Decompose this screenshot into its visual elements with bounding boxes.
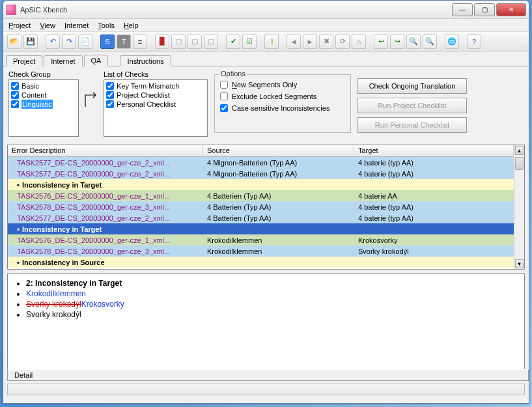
back-icon[interactable]: ◄ [287,35,301,49]
redo-icon[interactable]: ↷ [62,35,76,49]
titlebar[interactable]: ApSIC Xbench — ▢ ✕ [3,1,529,19]
tab-qa[interactable]: QA [84,55,109,66]
tab-internet[interactable]: Internet [44,55,82,66]
check-group-list[interactable]: Basic Content Linguistic [8,79,79,137]
check-perschk-label: Personal Checklist [117,100,176,109]
stop-icon[interactable]: ✖ [319,35,333,49]
connector-arrow [85,70,97,137]
opt-new-segments[interactable] [220,81,228,89]
check-basic-label: Basic [21,81,39,91]
opt-case-sensitive[interactable] [220,104,228,112]
close-button[interactable]: ✕ [496,3,526,16]
gray3-icon[interactable]: ▢ [204,35,218,49]
table-row[interactable]: TASK2577_DE-CS_20000000_ger-cze_2_xml...… [8,157,514,168]
gray2-icon[interactable]: ▢ [188,35,202,49]
table-row[interactable]: TASK2576_DE-CS_20000000_ger-cze_1_xml...… [8,190,514,201]
grid-scrollbar[interactable]: ▲ ▼ [514,145,524,269]
nav-back-icon[interactable]: ↩ [374,35,388,49]
undo-icon[interactable]: ↶ [46,35,60,49]
open-icon[interactable]: 📂 [7,35,21,49]
opt-exclude-locked[interactable] [220,92,228,100]
doc-icon[interactable]: 📄 [78,35,92,49]
options-group: Options New Segments Only Exclude Locked… [214,74,351,133]
menubar: Project View Internet Tools Help [3,19,529,32]
col-target[interactable]: Target [354,145,514,156]
menu-tools[interactable]: Tools [98,21,115,29]
col-source[interactable]: Source [203,145,354,156]
detail-source: Krokodilklemmen [26,289,86,298]
flag-icon[interactable]: ▉ [155,35,169,49]
gray1-icon[interactable]: ▢ [171,35,186,49]
nav-fwd-icon[interactable]: ↪ [390,35,404,49]
menu-view[interactable]: View [40,21,55,29]
tab-instructions[interactable]: Instructions [120,55,171,66]
zoom2-icon[interactable]: 🔍 [423,35,437,49]
check-perschk[interactable] [106,100,114,108]
table-row[interactable]: TASK2578_DE-CS_20000000_ger-cze_3_xml...… [8,246,514,257]
results-grid[interactable]: Error Description Source Target TASK2577… [7,145,525,270]
minimize-button[interactable]: — [452,3,473,16]
menu-internet[interactable]: Internet [64,21,89,29]
app-icon [6,5,16,15]
tab-project[interactable]: Project [6,55,42,66]
group-row[interactable]: •Inconsistency in Source [8,257,514,268]
check-ongoing-button[interactable]: Check Ongoing Translation [357,78,467,94]
qa-options-panel: Check Group Basic Content Linguistic Lis… [3,66,529,142]
list-of-checks[interactable]: Key Term Mismatch Project Checklist Pers… [104,79,208,137]
detail-new-target: Krokosvorky [81,300,124,309]
group-row-selected[interactable]: •Inconsistency in Target [8,223,514,234]
check-projchk-label: Project Checklist [117,91,170,100]
check-content[interactable] [11,91,19,99]
run-project-checklist-button[interactable]: Run Project Checklist [357,98,467,113]
check-linguistic[interactable] [11,100,19,108]
tabstrip: Project Internet QA Instructions [3,51,529,66]
table-row[interactable]: TASK2577_DE-CS_20000000_ger-cze_2_xml...… [8,212,514,223]
opt-new-segments-label: New Segments Only [232,79,297,91]
refresh-icon[interactable]: ⟳ [335,35,350,49]
list-icon[interactable]: ≡ [133,35,147,49]
check-group-label: Check Group [8,70,79,78]
check-content-label: Content [21,91,47,100]
zoom1-icon[interactable]: 🔍 [406,35,421,49]
detail-alt-target: Svorky krokodýl [26,310,81,319]
globe-icon[interactable]: 🌐 [445,35,459,49]
options-legend: Options [219,70,247,77]
menu-project[interactable]: Project [8,21,31,29]
table-row[interactable]: TASK2576_DE-CS_20000000_ger-cze_1_xml...… [8,234,514,246]
app-window: ApSIC Xbench — ▢ ✕ Project View Internet… [3,0,529,404]
opt-case-sensitive-label: Case-sensitive Inconsistencies [232,102,329,114]
t-icon[interactable]: T [117,35,131,49]
menu-help[interactable]: Help [124,21,139,29]
detail-tab[interactable]: Detail [7,369,529,381]
scroll-thumb[interactable] [515,157,524,170]
window-title: ApSIC Xbench [20,6,452,14]
table-row[interactable]: TASK2578_DE-CS_20000000_ger-cze_3_xml...… [8,201,514,212]
detail-title: 2: Inconsistency in Target [26,279,122,288]
table-row[interactable]: TASK2577_DE-CS_20000000_ger-cze_2_xml...… [8,168,514,179]
group-row[interactable]: •Inconsistency in Target [8,179,514,190]
scroll-up-icon[interactable]: ▲ [515,146,524,155]
check-icon[interactable]: ✔ [226,35,240,49]
check-keyterm[interactable] [106,82,114,90]
statusbar [7,384,525,395]
scroll-down-icon[interactable]: ▼ [515,259,524,268]
home-icon[interactable]: ⌂ [352,35,366,49]
detail-old-target: Svorky krokodýl [26,300,81,309]
save-icon[interactable]: 💾 [23,35,38,49]
run-personal-checklist-button[interactable]: Run Personal Checklist [357,117,467,133]
toolbar: 📂 💾 ↶ ↷ 📄 S T ≡ ▉ ▢ ▢ ▢ ✔ ☑ ⇪ ◄ ► ✖ ⟳ ⌂ … [3,32,529,51]
check2-icon[interactable]: ☑ [242,35,257,49]
grid-header: Error Description Source Target [8,145,514,157]
check-linguistic-label: Linguistic [21,100,53,109]
s-icon[interactable]: S [100,35,115,49]
help-icon[interactable]: ? [467,35,481,49]
check-keyterm-label: Key Term Mismatch [117,81,179,91]
check-projchk[interactable] [106,91,114,99]
opt-exclude-locked-label: Exclude Locked Segments [232,91,316,102]
check-basic[interactable] [11,82,19,90]
maximize-button[interactable]: ▢ [474,3,495,16]
export-icon[interactable]: ⇪ [264,35,279,49]
detail-panel: 2: Inconsistency in Target Krokodilklemm… [7,274,525,370]
col-error-description[interactable]: Error Description [8,145,203,156]
fwd-icon[interactable]: ► [303,35,317,49]
